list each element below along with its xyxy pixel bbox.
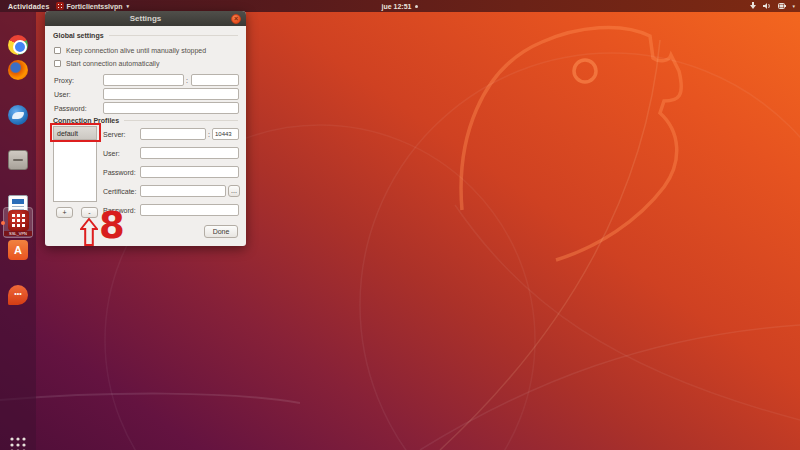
close-icon[interactable]: × [231, 14, 241, 24]
server-port-input[interactable] [212, 128, 239, 140]
wallpaper-head-outline [461, 27, 681, 260]
system-tray[interactable]: ▾ [749, 2, 800, 10]
sslvpn-icon [8, 210, 29, 231]
server-label: Server: [103, 131, 126, 138]
proxy-host-input[interactable] [103, 74, 184, 86]
forticlient-sslvpn-dock-item[interactable]: SSL_VPN [3, 207, 33, 238]
add-profile-button[interactable]: + [56, 207, 73, 218]
global-settings-heading: Global settings [53, 32, 238, 39]
autostart-checkbox-row[interactable]: Start connection automatically [54, 60, 159, 67]
dialog-title: Settings [130, 14, 162, 23]
server-colon: : [208, 131, 210, 138]
clock[interactable]: jue 12:51 [382, 3, 412, 10]
battery-icon [778, 2, 786, 10]
files-icon[interactable] [8, 150, 28, 170]
certificate-input[interactable] [140, 185, 226, 197]
app-menu-icon [56, 2, 64, 10]
show-applications-button[interactable] [9, 436, 27, 450]
annotation-step-number: 8 [99, 207, 125, 244]
proxy-colon: : [186, 77, 188, 84]
checkbox-icon[interactable] [54, 60, 61, 67]
certificate-password-input[interactable] [140, 204, 239, 216]
dialog-titlebar[interactable]: Settings × [45, 11, 246, 26]
server-input[interactable] [140, 128, 206, 140]
desktop: Actividades Forticlientsslvpn ▾ jue 12:5… [0, 0, 800, 450]
global-password-input[interactable] [103, 102, 239, 114]
annotation-highlight-rect [50, 123, 101, 142]
notification-dot [415, 5, 418, 8]
global-user-input[interactable] [103, 88, 239, 100]
volume-icon [763, 2, 772, 10]
global-user-label: User: [54, 91, 71, 98]
annotation-arrow-up-icon [80, 218, 98, 246]
keep-alive-checkbox-label: Keep connection alive until manually sto… [66, 47, 206, 54]
profile-password-input[interactable] [140, 166, 239, 178]
certificate-browse-button[interactable]: ... [228, 185, 240, 197]
settings-dialog: Settings × Global settings Keep connecti… [45, 11, 246, 246]
sslvpn-grid-glyph [11, 213, 26, 228]
chevron-down-icon: ▾ [792, 3, 795, 9]
global-password-label: Password: [54, 105, 87, 112]
profile-user-input[interactable] [140, 147, 239, 159]
proxy-label: Proxy: [54, 77, 74, 84]
certificate-label: Certificate: [103, 188, 136, 195]
done-button[interactable]: Done [204, 225, 238, 238]
checkbox-icon[interactable] [54, 47, 61, 54]
running-indicator-dot [1, 221, 5, 225]
firefox-icon[interactable] [8, 60, 28, 80]
chevron-down-icon: ▾ [127, 3, 130, 9]
network-icon [749, 2, 757, 10]
chat-app-icon[interactable] [8, 285, 28, 305]
thunderbird-icon[interactable] [8, 105, 28, 125]
sslvpn-icon-label: SSL_VPN [4, 231, 32, 236]
wallpaper-eye-circle [574, 60, 596, 82]
chrome-icon[interactable] [8, 35, 28, 55]
activities-button[interactable]: Actividades [8, 3, 50, 10]
app-menu[interactable]: Forticlientsslvpn ▾ [56, 2, 130, 10]
app-menu-label: Forticlientsslvpn [67, 3, 123, 10]
profile-user-label: User: [103, 150, 120, 157]
keep-alive-checkbox-row[interactable]: Keep connection alive until manually sto… [54, 47, 206, 54]
profile-password-label: Password: [103, 169, 136, 176]
dock: SSL_VPN [0, 12, 36, 450]
ubuntu-software-icon[interactable] [8, 240, 28, 260]
autostart-checkbox-label: Start connection automatically [66, 60, 159, 67]
remove-profile-button[interactable]: - [81, 207, 98, 218]
proxy-port-input[interactable] [191, 74, 239, 86]
